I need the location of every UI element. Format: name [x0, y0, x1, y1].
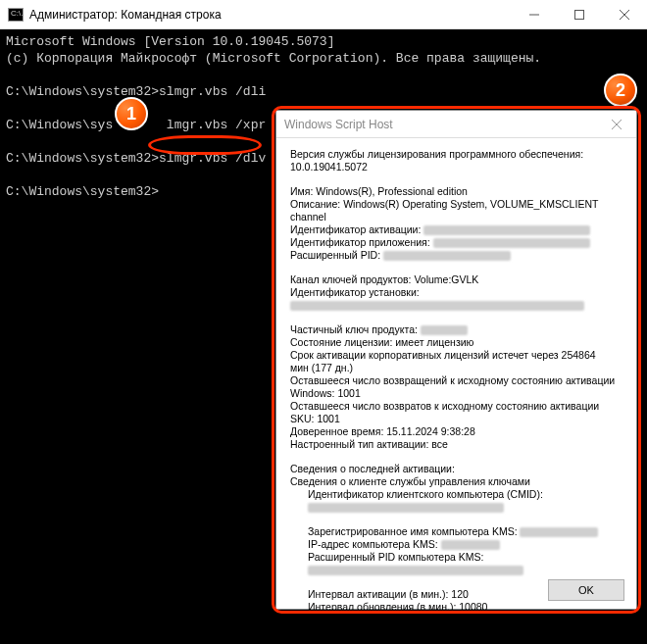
dlg-line: Идентификатор установки: — [290, 286, 622, 299]
dlg-line: SKU: 1001 — [290, 413, 622, 425]
dlg-line: Доверенное время: 15.11.2024 9:38:28 — [290, 425, 622, 438]
maximize-button[interactable] — [557, 0, 602, 29]
dlg-line: Кэширование узла KMS включено — [290, 614, 622, 626]
svg-rect-1 — [575, 10, 584, 19]
window-titlebar: C:\. Администратор: Командная строка — [0, 0, 647, 29]
dlg-line: Идентификатор приложения: — [290, 236, 622, 249]
dlg-line: Интервал обновления (в мин.): 10080 — [290, 601, 622, 614]
dialog-ok-button[interactable]: OK — [548, 579, 624, 601]
cmd-icon: C:\. — [8, 8, 24, 22]
dlg-line: Сведения о последней активации: — [290, 463, 622, 475]
close-button[interactable] — [602, 0, 647, 29]
dlg-line: Имя: Windows(R), Professional edition — [290, 185, 622, 198]
dlg-line: Настроенный тип активации: все — [290, 438, 622, 451]
dlg-line: Канал ключей продуктов: Volume:GVLK — [290, 273, 622, 286]
dlg-line: Зарегистрированное имя компьютера KMS: — [290, 525, 622, 538]
dlg-line: channel — [290, 211, 622, 223]
dlg-line: Частичный ключ продукта: — [290, 323, 622, 336]
dlg-line: Оставшееся число возвратов к исходному с… — [290, 400, 622, 413]
dlg-line: Расширенный PID: — [290, 249, 622, 262]
minimize-button[interactable] — [512, 0, 557, 29]
console-line: C:\Windows\system32>slmgr.vbs /dlv — [6, 151, 266, 166]
dlg-line: Сведения о клиенте службы управления клю… — [290, 475, 622, 488]
dialog-titlebar: Windows Script Host — [276, 111, 636, 138]
dlg-line: 10.0.19041.5072 — [290, 161, 622, 173]
console-line: (c) Корпорация Майкрософт (Microsoft Cor… — [6, 51, 541, 66]
console-line: C:\Windows\sys lmgr.vbs /xpr — [6, 118, 266, 132]
console-line: Microsoft Windows [Version 10.0.19045.50… — [6, 34, 334, 49]
dlg-line: Состояние лицензии: имеет лицензию — [290, 336, 622, 349]
wsh-dialog: Windows Script Host Версия службы лиценз… — [275, 110, 637, 610]
dlg-line: Описание: Windows(R) Operating System, V… — [290, 198, 622, 211]
dlg-line — [290, 501, 622, 514]
dialog-close-button[interactable] — [597, 111, 636, 138]
dlg-line: Версия службы лицензирования программног… — [290, 148, 622, 161]
dlg-line: IP-адрес компьютера KMS: — [290, 538, 622, 551]
window-title: Администратор: Командная строка — [29, 8, 222, 22]
dlg-line — [290, 299, 622, 312]
dialog-body: Версия службы лицензирования программног… — [276, 138, 636, 632]
dlg-line — [290, 564, 622, 576]
dlg-line: Срок активации корпоративных лицензий ис… — [290, 349, 622, 362]
console-line: C:\Windows\system32>slmgr.vbs /dli — [6, 84, 266, 99]
dlg-line: Оставшееся число возвращений к исходному… — [290, 374, 622, 387]
dialog-title: Windows Script Host — [284, 118, 393, 131]
dlg-line: Идентификатор активации: — [290, 223, 622, 236]
dlg-line: Windows: 1001 — [290, 387, 622, 400]
dlg-line: Идентификатор клиентского компьютера (CM… — [290, 488, 622, 501]
console-line: C:\Windows\system32> — [6, 184, 159, 199]
dlg-line: мин (177 дн.) — [290, 362, 622, 374]
dlg-line: Расширенный PID компьютера KMS: — [290, 551, 622, 564]
